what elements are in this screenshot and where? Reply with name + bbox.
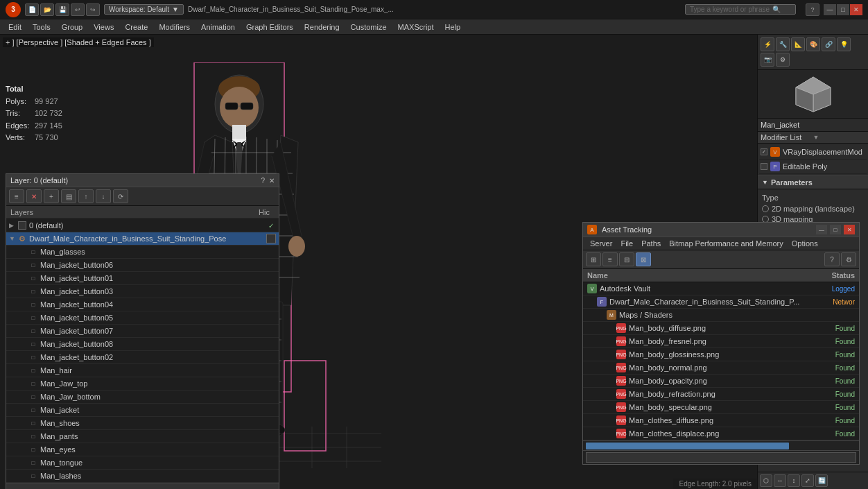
asset-menu-server[interactable]: Server	[586, 239, 616, 248]
asset-list-item[interactable]: PNG Man_body_diffuse.png Found	[583, 322, 859, 335]
layer-close-button[interactable]: ✕	[269, 177, 275, 185]
modifier-item-vray[interactable]: ✓ V VRayDisplacementMod	[759, 145, 867, 160]
asset-help-btn[interactable]: ?	[824, 252, 840, 266]
right-icon-7[interactable]: 📷	[761, 53, 774, 67]
asset-settings-btn[interactable]: ⚙	[841, 252, 856, 266]
search-box[interactable]: Type a keyword or phrase 🔍	[685, 4, 796, 15]
modifier-list-dropdown-icon[interactable]: ▼	[813, 134, 866, 141]
asset-menu-bitmap[interactable]: Bitmap Performance and Memory	[665, 239, 787, 248]
layer-item[interactable]: □Man_pants	[6, 430, 279, 443]
modifier-item-epoly[interactable]: P Editable Poly	[759, 160, 867, 174]
right-icon-6[interactable]: 💡	[837, 37, 851, 51]
right-bottom-icon-3[interactable]: ↕	[788, 474, 800, 487]
asset-list-item[interactable]: PNG Man_clothes_diffuse.png Found	[583, 414, 859, 427]
right-bottom-icon-2[interactable]: ↔	[774, 474, 786, 487]
asset-list-item[interactable]: PNG Man_body_glossiness.png Found	[583, 348, 859, 361]
modifier-checkbox-1[interactable]: ✓	[761, 148, 767, 155]
menu-help[interactable]: Help	[440, 22, 467, 33]
new-btn[interactable]: 📄	[25, 3, 39, 16]
maximize-button[interactable]: □	[837, 4, 849, 15]
asset-minimize-btn[interactable]: —	[816, 225, 827, 234]
asset-menu-file[interactable]: File	[616, 239, 637, 248]
asset-list-item[interactable]: M Maps / Shaders	[583, 309, 859, 322]
menu-customize[interactable]: Customize	[345, 22, 392, 33]
menu-tools[interactable]: Tools	[27, 22, 56, 33]
menu-create[interactable]: Create	[119, 22, 153, 33]
save-btn[interactable]: 💾	[55, 3, 69, 16]
right-icon-8[interactable]: ⚙	[776, 53, 790, 67]
layer-item[interactable]: □Man_glasses	[6, 246, 279, 259]
asset-list-item[interactable]: PNG Man_clothes_displace.png Found	[583, 427, 859, 440]
asset-list-item[interactable]: F Dwarf_Male_Character_in_Business_Suit_…	[583, 295, 859, 309]
radio-2d-mapping[interactable]: 2D mapping (landscape)	[762, 205, 864, 213]
layer-tool-5[interactable]: ⟳	[113, 189, 128, 203]
layer-tool-3[interactable]: ↑	[78, 189, 94, 203]
minimize-button[interactable]: —	[824, 4, 836, 15]
asset-maximize-btn[interactable]: □	[830, 225, 841, 234]
layer-tool-1[interactable]: ≡	[9, 189, 24, 203]
menu-edit[interactable]: Edit	[3, 22, 27, 33]
asset-list-item[interactable]: PNG Man_body_refraction.png Found	[583, 388, 859, 401]
modifier-list-header[interactable]: Modifier List ▼	[758, 132, 868, 144]
layer-visibility-check[interactable]: ✓	[266, 222, 276, 230]
layer-scrollbar[interactable]	[6, 483, 279, 489]
menu-graph-editors[interactable]: Graph Editors	[241, 22, 299, 33]
layer-item[interactable]: □Man_jacket	[6, 404, 279, 417]
layer-item[interactable]: □Man_eyes	[6, 443, 279, 456]
asset-tool-1[interactable]: ⊞	[586, 252, 601, 266]
layer-help-button[interactable]: ?	[261, 177, 265, 185]
workspace-selector[interactable]: Workspace: Default ▼	[104, 4, 184, 15]
right-icon-1[interactable]: ⚡	[761, 37, 774, 51]
redo-btn[interactable]: ↪	[86, 3, 100, 16]
asset-menu-paths[interactable]: Paths	[637, 239, 665, 248]
asset-tool-4[interactable]: ⊠	[636, 252, 651, 266]
radio-2d-btn[interactable]	[762, 205, 769, 212]
menu-maxscript[interactable]: MAXScript	[392, 22, 440, 33]
menu-views[interactable]: Views	[88, 22, 119, 33]
asset-tool-2[interactable]: ≡	[602, 252, 618, 266]
layer-item[interactable]: □Man_jacket_button06	[6, 259, 279, 272]
menu-modifiers[interactable]: Modifiers	[153, 22, 196, 33]
menu-group[interactable]: Group	[56, 22, 89, 33]
asset-menu-options[interactable]: Options	[788, 239, 822, 248]
asset-close-btn[interactable]: ✕	[844, 225, 855, 234]
layer-expand-icon[interactable]: ▼	[9, 235, 17, 242]
right-icon-5[interactable]: 🔗	[822, 37, 835, 51]
right-bottom-icon-1[interactable]: ⬡	[760, 474, 772, 487]
right-icon-2[interactable]: 🔧	[776, 37, 790, 51]
layer-item[interactable]: □Man_jacket_button07	[6, 325, 279, 338]
right-icon-4[interactable]: 🎨	[806, 37, 820, 51]
asset-list-item[interactable]: V Autodesk Vault Logged	[583, 282, 859, 295]
layer-item[interactable]: □Man_jacket_button03	[6, 285, 279, 298]
layer-item[interactable]: □Man_jacket_button04	[6, 298, 279, 311]
layer-item[interactable]: □Man_Jaw_top	[6, 377, 279, 391]
asset-list-item[interactable]: PNG Man_body_fresnel.png Found	[583, 335, 859, 348]
layer-delete-btn[interactable]: ✕	[26, 189, 42, 203]
layer-tool-2[interactable]: ▤	[61, 189, 76, 203]
close-button[interactable]: ✕	[850, 4, 862, 15]
layer-item[interactable]: □Man_shoes	[6, 417, 279, 430]
right-bottom-icon-4[interactable]: ⤢	[801, 474, 814, 487]
layer-item[interactable]: ▶0 (default)✓	[6, 219, 279, 232]
layer-item[interactable]: □Man_lashes	[6, 470, 279, 483]
layer-item[interactable]: □Man_tongue	[6, 456, 279, 470]
layer-item[interactable]: □Man_jacket_button08	[6, 338, 279, 351]
asset-tool-3[interactable]: ⊟	[619, 252, 634, 266]
layer-item[interactable]: □Man_jacket_button05	[6, 311, 279, 325]
layer-tool-4[interactable]: ↓	[96, 189, 111, 203]
right-icon-3[interactable]: 📐	[791, 37, 805, 51]
layer-add-btn[interactable]: +	[44, 189, 59, 203]
menu-rendering[interactable]: Rendering	[299, 22, 345, 33]
help-btn[interactable]: ?	[806, 3, 819, 16]
layer-box[interactable]	[266, 234, 276, 243]
layer-item[interactable]: □Man_jacket_button02	[6, 351, 279, 364]
undo-btn[interactable]: ↩	[71, 3, 85, 16]
asset-list-item[interactable]: PNG Man_body_normal.png Found	[583, 361, 859, 375]
menu-animation[interactable]: Animation	[196, 22, 241, 33]
params-collapse-icon[interactable]: ▼	[762, 179, 768, 186]
layer-expand-icon[interactable]: ▶	[9, 222, 17, 229]
asset-path-input[interactable]	[586, 452, 856, 463]
right-bottom-icon-5[interactable]: 🔄	[815, 474, 828, 487]
asset-list-item[interactable]: PNG Man_body_specular.png Found	[583, 401, 859, 414]
layer-item[interactable]: □Man_hair	[6, 364, 279, 377]
